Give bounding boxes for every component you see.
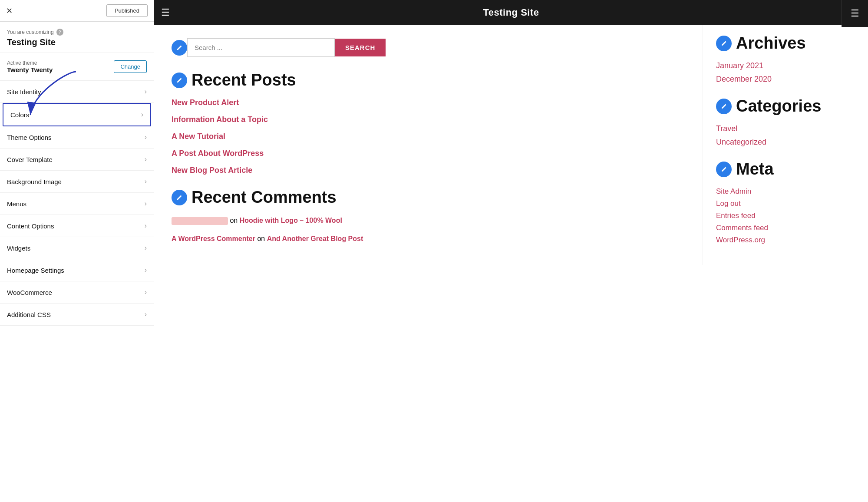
post-link[interactable]: New Product Alert — [172, 98, 239, 107]
archives-header: Archives — [716, 34, 855, 53]
search-button[interactable]: SEARCH — [335, 39, 386, 56]
recent-comments-list: on Hoodie with Logo – 100% Wool A WordPr… — [172, 215, 685, 244]
chevron-right-icon: › — [145, 288, 147, 296]
chevron-right-icon: › — [145, 266, 147, 274]
site-name: Testing Site — [7, 37, 147, 47]
list-item: WordPress.org — [716, 236, 855, 244]
sidebar-item-content-options[interactable]: Content Options › — [0, 215, 154, 237]
list-item: Log out — [716, 199, 855, 208]
categories-header: Categories — [716, 97, 855, 116]
categories-heading: Categories — [736, 97, 821, 116]
sidebar-item-menus[interactable]: Menus › — [0, 193, 154, 215]
category-link[interactable]: Uncategorized — [716, 138, 766, 146]
customizing-label: You are customizing ? — [7, 29, 147, 36]
list-item: A Post About WordPress — [172, 149, 685, 158]
sidebar-item-background-image[interactable]: Background Image › — [0, 171, 154, 193]
recent-posts-heading: Recent Posts — [191, 71, 296, 89]
right-hamburger-icon[interactable]: ☰ — [842, 0, 868, 27]
list-item: January 2021 — [716, 61, 855, 70]
list-item: Information About a Topic — [172, 115, 685, 124]
post-link[interactable]: A New Tutorial — [172, 132, 225, 141]
recent-comments-heading: Recent Comments — [191, 188, 337, 207]
meta-heading: Meta — [736, 160, 774, 178]
chevron-right-icon: › — [145, 178, 147, 185]
archives-heading: Archives — [736, 34, 806, 53]
list-item: Site Admin — [716, 187, 855, 196]
meta-header: Meta — [716, 160, 855, 178]
customizing-info: You are customizing ? Testing Site — [0, 22, 154, 53]
main-content: SEARCH Recent Posts New Product Alert In… — [154, 25, 703, 265]
site-title: Testing Site — [483, 7, 539, 18]
chevron-right-icon: › — [145, 155, 147, 163]
sidebar-item-colors[interactable]: Colors › — [3, 103, 151, 126]
chevron-right-icon: › — [145, 133, 147, 141]
sidebar-item-widgets[interactable]: Widgets › — [0, 237, 154, 259]
list-item: A New Tutorial — [172, 132, 685, 141]
categories-edit-pencil[interactable] — [716, 99, 732, 114]
list-item: on Hoodie with Logo – 100% Wool — [172, 215, 685, 226]
post-link[interactable]: Information About a Topic — [172, 115, 268, 124]
list-item: Travel — [716, 124, 855, 133]
list-item: New Product Alert — [172, 98, 685, 107]
meta-link[interactable]: WordPress.org — [716, 236, 765, 244]
list-item: A WordPress Commenter on And Another Gre… — [172, 234, 685, 244]
comment-post-link[interactable]: And Another Great Blog Post — [267, 235, 363, 242]
archives-list: January 2021 December 2020 — [716, 61, 855, 84]
comment-author-link[interactable]: A WordPress Commenter — [172, 235, 255, 242]
meta-link[interactable]: Comments feed — [716, 224, 768, 232]
hamburger-icon[interactable]: ☰ — [161, 7, 170, 18]
list-item: Uncategorized — [716, 138, 855, 147]
meta-list: Site Admin Log out Entries feed Comments… — [716, 187, 855, 244]
sidebar-content: Archives January 2021 December 2020 Cate… — [703, 25, 868, 265]
archive-link[interactable]: December 2020 — [716, 75, 772, 83]
active-theme-info: Active theme Twenty Twenty — [7, 60, 53, 73]
site-topbar: ☰ Testing Site ☰ — [154, 0, 868, 25]
list-item: New Blog Post Article — [172, 166, 685, 175]
chevron-right-icon: › — [145, 222, 147, 230]
theme-label: Active theme — [7, 60, 53, 66]
sidebar-item-homepage-settings[interactable]: Homepage Settings › — [0, 259, 154, 281]
archives-edit-pencil[interactable] — [716, 36, 732, 51]
chevron-right-icon: › — [145, 200, 147, 208]
chevron-right-icon: › — [145, 244, 147, 252]
list-item: December 2020 — [716, 75, 855, 84]
theme-name: Twenty Twenty — [7, 66, 53, 73]
customizer-panel: ✕ Published You are customizing ? Testin… — [0, 0, 154, 502]
sidebar-item-additional-css[interactable]: Additional CSS › — [0, 304, 154, 326]
chevron-right-icon: › — [145, 310, 147, 318]
meta-link[interactable]: Site Admin — [716, 187, 751, 195]
search-edit-pencil[interactable] — [172, 40, 187, 56]
comment-post-link[interactable]: Hoodie with Logo – 100% Wool — [240, 217, 342, 224]
recent-comments-header: Recent Comments — [172, 188, 685, 207]
list-item: Entries feed — [716, 211, 855, 220]
post-link[interactable]: A Post About WordPress — [172, 149, 264, 158]
preview-panel: ☰ Testing Site ☰ SEARCH Recent Posts — [154, 0, 868, 502]
meta-edit-pencil[interactable] — [716, 162, 732, 177]
search-input[interactable] — [187, 38, 335, 57]
sidebar-item-theme-options[interactable]: Theme Options › — [0, 126, 154, 149]
list-item: Comments feed — [716, 224, 855, 232]
content-area: SEARCH Recent Posts New Product Alert In… — [154, 25, 868, 265]
sidebar-item-site-identity[interactable]: Site Identity › — [0, 81, 154, 103]
help-icon[interactable]: ? — [56, 29, 63, 36]
recent-comments-edit-pencil[interactable] — [172, 190, 187, 205]
search-widget: SEARCH — [172, 38, 685, 57]
chevron-right-icon: › — [145, 88, 147, 96]
categories-list: Travel Uncategorized — [716, 124, 855, 147]
close-icon[interactable]: ✕ — [6, 6, 13, 16]
meta-link[interactable]: Entries feed — [716, 211, 756, 220]
archive-link[interactable]: January 2021 — [716, 61, 763, 70]
recent-posts-edit-pencil[interactable] — [172, 73, 187, 88]
active-theme-section: Active theme Twenty Twenty Change — [0, 53, 154, 81]
recent-posts-list: New Product Alert Information About a To… — [172, 98, 685, 175]
top-bar: ✕ Published — [0, 0, 154, 22]
meta-link[interactable]: Log out — [716, 199, 741, 208]
change-theme-button[interactable]: Change — [114, 60, 147, 73]
published-button[interactable]: Published — [106, 4, 148, 17]
nav-items: Site Identity › Colors › Theme Options ›… — [0, 81, 154, 502]
category-link[interactable]: Travel — [716, 124, 737, 133]
sidebar-item-woocommerce[interactable]: WooCommerce › — [0, 281, 154, 304]
comment-author-blurred — [172, 217, 228, 225]
post-link[interactable]: New Blog Post Article — [172, 166, 252, 175]
sidebar-item-cover-template[interactable]: Cover Template › — [0, 149, 154, 171]
